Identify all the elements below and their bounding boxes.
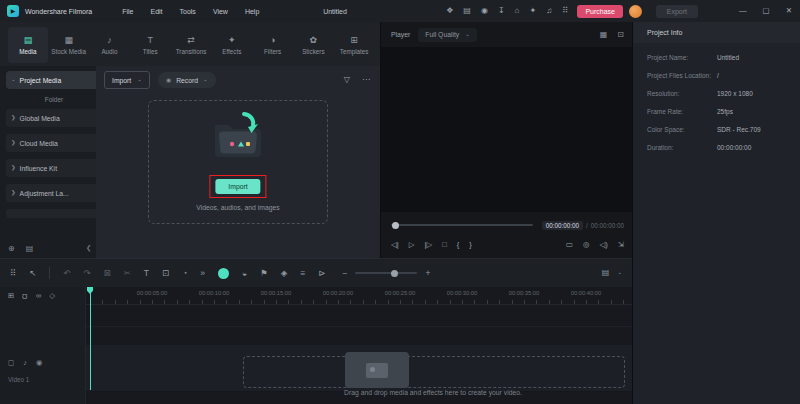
menu-edit[interactable]: Edit (150, 8, 162, 15)
ruler-label: 00:00:40:00 (555, 290, 617, 296)
close-button[interactable]: ✕ (786, 7, 792, 15)
next-frame-icon[interactable]: |▷ (425, 241, 433, 249)
workspace-icon[interactable]: ⠿ (10, 269, 16, 278)
mask-tool-icon[interactable]: ◒ (242, 269, 247, 278)
screen-record-icon[interactable]: ◉ (481, 7, 488, 15)
sidebar-item-adjustment-layer[interactable]: ❯ Adjustment La... (6, 184, 102, 202)
speed-icon[interactable]: ◔ (182, 269, 187, 278)
add-folder-icon[interactable]: ⊕ (8, 245, 15, 253)
menu-view[interactable]: View (213, 8, 228, 15)
manage-tracks-icon[interactable]: ⊞ (8, 292, 14, 300)
media-import-dropzone[interactable]: Import Videos, audios, and images (148, 100, 328, 224)
home-icon[interactable]: ⌂ (515, 7, 520, 15)
menu-file[interactable]: File (122, 8, 133, 15)
gift-icon[interactable]: ❖ (446, 7, 453, 15)
fit-screen-icon[interactable]: ⊡ (617, 31, 624, 39)
ruler-label: 00:00:30:00 (431, 290, 493, 296)
track-lane[interactable] (86, 304, 632, 327)
text-tool-icon[interactable]: T (144, 269, 149, 278)
voiceover-icon[interactable]: ◈ (281, 269, 288, 278)
tab-media[interactable]: ▤ Media (8, 27, 48, 63)
maximize-button[interactable]: ▢ (763, 7, 770, 15)
timeline-dropzone[interactable] (243, 356, 625, 388)
ruler-label: 00:00:45:00 (617, 290, 632, 296)
export-button[interactable]: Export (656, 5, 698, 18)
auto-ripple-toggle-icon[interactable] (218, 268, 229, 279)
crop-icon[interactable]: ⊡ (162, 269, 169, 278)
render-preview-icon[interactable]: ⊳ (318, 269, 325, 278)
sidebar-item-partial[interactable] (6, 209, 102, 218)
import-dropdown[interactable]: Import ⌄ (104, 71, 150, 89)
keyframe-icon[interactable]: ◇ (49, 292, 55, 300)
select-tool-icon[interactable]: ↖ (29, 269, 36, 278)
split-icon[interactable]: ✂ (124, 269, 131, 278)
more-options-icon[interactable]: ⋯ (362, 76, 370, 84)
app-name: Wondershare Filmora (25, 8, 92, 15)
purchase-button[interactable]: Purchase (577, 5, 623, 18)
menu-tools[interactable]: Tools (180, 8, 196, 15)
track-layout-icon[interactable]: ▤ (602, 269, 610, 277)
fullscreen-icon[interactable]: ⇲ (618, 241, 624, 249)
minimize-button[interactable]: — (739, 7, 747, 15)
sidebar-item-global-media[interactable]: ❯ Global Media (6, 109, 102, 127)
whiteboard-icon[interactable]: ▤ (463, 7, 471, 15)
previous-frame-icon[interactable]: ◁| (391, 241, 399, 249)
speaker-icon[interactable]: ◁) (599, 241, 607, 249)
undo-icon[interactable]: ↶ (63, 269, 70, 278)
seek-handle[interactable] (392, 222, 399, 229)
playhead[interactable] (90, 287, 91, 390)
bell-icon[interactable]: ♫ (546, 7, 552, 15)
quality-dropdown[interactable]: Full Quality ⌄ (418, 28, 477, 42)
filmora-window: ▶ Wondershare Filmora File Edit Tools Vi… (0, 0, 800, 404)
sidebar-item-project-media[interactable]: ⌄ Project Media (6, 71, 102, 89)
delete-icon[interactable]: ⊠ (104, 269, 111, 278)
play-icon[interactable]: ▷ (409, 241, 415, 249)
tab-stickers[interactable]: ✿ Stickers (293, 27, 333, 63)
stop-icon[interactable]: □ (442, 241, 447, 249)
zoom-slider-handle[interactable] (391, 270, 398, 277)
tab-titles[interactable]: T Titles (130, 27, 170, 63)
sidebar-item-cloud-media[interactable]: ❯ Cloud Media (6, 134, 102, 152)
zoom-slider[interactable] (355, 272, 417, 274)
snapshot-icon[interactable]: ◎ (583, 241, 590, 249)
hide-track-icon[interactable]: ◉ (36, 359, 43, 367)
zoom-out-icon[interactable]: − (342, 269, 347, 278)
menu-help[interactable]: Help (245, 8, 259, 15)
audio-mixer-icon[interactable]: ≡ (300, 269, 305, 278)
tab-audio[interactable]: ♪ Audio (90, 27, 130, 63)
timeline-ruler[interactable]: 00:00:05:00 00:00:10:00 00:00:15:00 00:0… (86, 287, 632, 305)
avatar[interactable] (629, 5, 642, 18)
clip-placeholder (345, 352, 409, 388)
collapse-panel-icon[interactable]: ❮ (86, 245, 91, 252)
sidebar-item-influence-kit[interactable]: ❯ Influence Kit (6, 159, 102, 177)
tab-templates[interactable]: ⊞ Templates (334, 27, 374, 63)
tab-transitions[interactable]: ⇄ Transitions (171, 27, 211, 63)
seek-slider[interactable] (391, 224, 533, 226)
tab-stock-media[interactable]: ▦ Stock Media (49, 27, 89, 63)
zoom-in-icon[interactable]: + (425, 269, 430, 278)
import-button[interactable]: Import (215, 179, 260, 194)
chevron-down-icon[interactable]: ⌄ (617, 270, 622, 276)
link-clips-icon[interactable]: ∞ (36, 292, 41, 300)
lock-track-icon[interactable]: ◻ (8, 359, 14, 367)
learn-icon[interactable]: ✦ (529, 7, 536, 15)
grid-overlay-icon[interactable]: ▦ (600, 31, 608, 39)
mute-track-icon[interactable]: ♪ (23, 359, 27, 367)
snapping-icon[interactable]: Ω (22, 292, 28, 300)
apps-grid-icon[interactable]: ⠿ (562, 7, 568, 15)
more-tools-icon[interactable]: » (200, 269, 205, 278)
timeline-content[interactable]: 00:00:05:00 00:00:10:00 00:00:15:00 00:0… (86, 287, 632, 404)
tab-filters[interactable]: ◑ Filters (253, 27, 293, 63)
tab-effects[interactable]: ✦ Effects (212, 27, 252, 63)
download-icon[interactable]: ↧ (498, 7, 505, 15)
filter-icon[interactable]: ▽ (344, 76, 350, 84)
track-lane[interactable] (86, 326, 632, 346)
mark-in-icon[interactable]: { (457, 241, 460, 249)
redo-icon[interactable]: ↷ (83, 269, 90, 278)
compare-view-icon[interactable]: ▭ (566, 241, 573, 249)
record-dropdown[interactable]: ◉ Record ⌄ (158, 72, 216, 88)
folder-icon[interactable]: ▤ (26, 245, 34, 253)
mark-out-icon[interactable]: } (469, 241, 472, 249)
window-controls: — ▢ ✕ (739, 7, 792, 15)
marker-icon[interactable]: ⚑ (260, 269, 268, 278)
